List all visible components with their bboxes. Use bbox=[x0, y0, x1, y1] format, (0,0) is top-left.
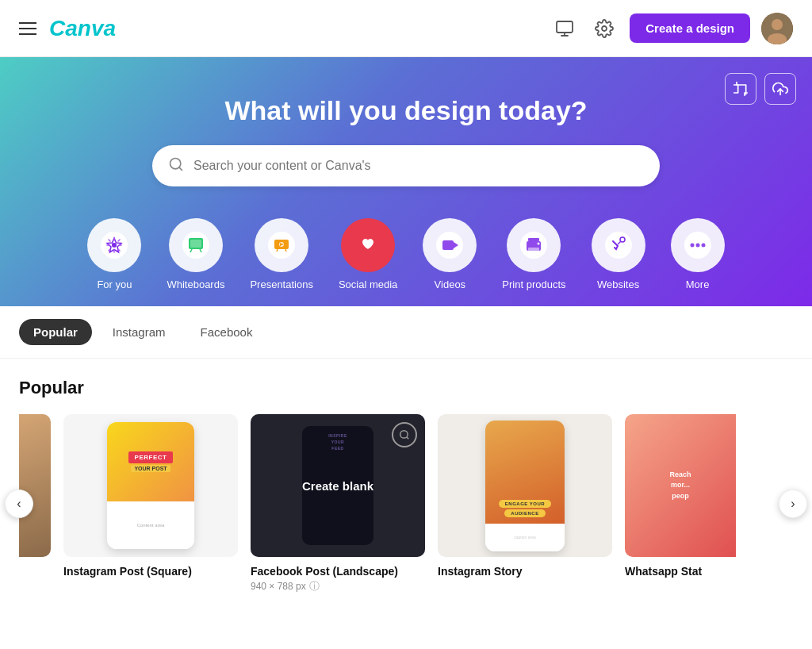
phone-mockup: PERFECT YOUR POST Content area bbox=[107, 422, 194, 549]
card-thumbnail-facebook-landscape: INSPIREYOURFEED Create blank bbox=[251, 414, 425, 557]
svg-rect-25 bbox=[442, 240, 454, 250]
svg-rect-30 bbox=[528, 248, 539, 252]
svg-point-11 bbox=[112, 243, 117, 248]
svg-line-9 bbox=[179, 167, 182, 170]
story-phone-mockup: ENGAGE YOUR AUDIENCE caption area bbox=[485, 421, 565, 551]
svg-rect-0 bbox=[557, 21, 573, 33]
category-social-media[interactable]: Social media bbox=[326, 212, 410, 306]
whiteboards-icon-circle bbox=[169, 218, 223, 272]
svg-point-38 bbox=[701, 244, 705, 248]
svg-point-36 bbox=[690, 244, 694, 248]
create-design-button[interactable]: Create a design bbox=[630, 13, 750, 43]
card-sublabel: 940 × 788 px ⓘ bbox=[251, 579, 425, 593]
card-thumbnail-instagram-square: PERFECT YOUR POST Content area bbox=[63, 414, 238, 557]
tab-popular[interactable]: Popular bbox=[19, 319, 92, 345]
category-for-you[interactable]: For you bbox=[75, 212, 154, 306]
search-input[interactable] bbox=[193, 159, 644, 173]
category-row: For you Whiteboards bbox=[19, 212, 793, 306]
print-products-icon-circle bbox=[507, 218, 561, 272]
search-icon bbox=[168, 156, 184, 176]
card-whatsapp-status[interactable]: Reachmor...peop Whatsapp Stat bbox=[625, 414, 736, 593]
svg-point-31 bbox=[538, 243, 540, 245]
card-thumbnail-whatsapp: Reachmor...peop bbox=[625, 414, 736, 557]
svg-point-32 bbox=[605, 232, 632, 259]
monitor-icon[interactable] bbox=[550, 14, 579, 43]
svg-line-22 bbox=[285, 249, 286, 252]
carousel-prev-button[interactable]: ‹ bbox=[5, 490, 33, 518]
avatar-image bbox=[761, 13, 793, 44]
svg-point-3 bbox=[602, 26, 607, 31]
presentations-icon-circle bbox=[255, 218, 308, 272]
svg-rect-28 bbox=[528, 238, 539, 241]
tab-instagram[interactable]: Instagram bbox=[98, 319, 180, 345]
settings-icon[interactable] bbox=[590, 14, 619, 43]
card-thumbnail-instagram-story: ENGAGE YOUR AUDIENCE caption area bbox=[438, 414, 612, 557]
svg-point-5 bbox=[772, 19, 783, 30]
hero-title: What will you design today? bbox=[19, 95, 793, 126]
presentations-label: Presentations bbox=[250, 278, 313, 290]
card-label: Instagram Story bbox=[438, 565, 612, 578]
header-left: Canva bbox=[19, 16, 116, 41]
tab-facebook[interactable]: Facebook bbox=[186, 319, 267, 345]
hero-banner: What will you design today? For you bbox=[0, 57, 812, 306]
card-partial-thumb bbox=[19, 414, 51, 557]
svg-rect-16 bbox=[190, 240, 201, 248]
social-media-label: Social media bbox=[339, 278, 397, 290]
card-instagram-post-square[interactable]: PERFECT YOUR POST Content area Instagram… bbox=[63, 414, 238, 593]
section-title: Popular bbox=[19, 378, 793, 398]
category-presentations[interactable]: Presentations bbox=[237, 212, 326, 306]
create-blank-label: Create blank bbox=[302, 479, 373, 493]
category-more[interactable]: More bbox=[658, 212, 737, 306]
for-you-icon-circle bbox=[87, 218, 141, 272]
carousel-next-button[interactable]: › bbox=[779, 490, 807, 518]
category-print-products[interactable]: Print products bbox=[489, 212, 578, 306]
svg-line-21 bbox=[277, 249, 278, 252]
phone-mockup-top: PERFECT YOUR POST bbox=[107, 422, 194, 501]
create-blank-overlay: Create blank bbox=[251, 414, 425, 557]
videos-icon-circle bbox=[423, 218, 477, 272]
card-label: Instagram Post (Square) bbox=[63, 565, 238, 578]
upload-icon[interactable] bbox=[764, 73, 796, 105]
header: Canva Create a design bbox=[0, 0, 812, 57]
search-bar[interactable] bbox=[152, 145, 660, 186]
videos-label: Videos bbox=[435, 278, 466, 290]
category-websites[interactable]: Websites bbox=[579, 212, 658, 306]
cards-row: PERFECT YOUR POST Content area Instagram… bbox=[19, 414, 793, 593]
more-icon-circle bbox=[671, 218, 725, 272]
whiteboards-label: Whiteboards bbox=[167, 278, 224, 290]
card-facebook-post-landscape[interactable]: INSPIREYOURFEED Create blank Facebook Po… bbox=[251, 414, 425, 593]
hero-top-icons bbox=[725, 73, 796, 105]
websites-label: Websites bbox=[597, 278, 639, 290]
hamburger-menu[interactable] bbox=[19, 22, 36, 35]
avatar[interactable] bbox=[761, 13, 793, 44]
category-whiteboards[interactable]: Whiteboards bbox=[154, 212, 237, 306]
for-you-label: For you bbox=[97, 278, 132, 290]
header-right: Create a design bbox=[550, 13, 793, 44]
tabs-row: Popular Instagram Facebook bbox=[0, 306, 812, 359]
popular-section: Popular ‹ PERFECT YOUR POST Content are bbox=[0, 359, 812, 613]
category-videos[interactable]: Videos bbox=[410, 212, 489, 306]
card-label: Whatsapp Stat bbox=[625, 565, 736, 578]
social-media-icon-circle bbox=[341, 218, 395, 272]
more-label: More bbox=[686, 278, 710, 290]
info-icon[interactable]: ⓘ bbox=[309, 579, 320, 593]
crop-icon[interactable] bbox=[725, 73, 756, 105]
websites-icon-circle bbox=[592, 218, 645, 272]
svg-point-37 bbox=[695, 244, 699, 248]
print-products-label: Print products bbox=[502, 278, 565, 290]
canva-logo[interactable]: Canva bbox=[49, 16, 116, 41]
card-label: Facebook Post (Landscape) bbox=[251, 565, 425, 578]
card-instagram-story[interactable]: ENGAGE YOUR AUDIENCE caption area Instag… bbox=[438, 414, 612, 593]
cards-carousel: ‹ PERFECT YOUR POST Content area bbox=[19, 414, 793, 593]
